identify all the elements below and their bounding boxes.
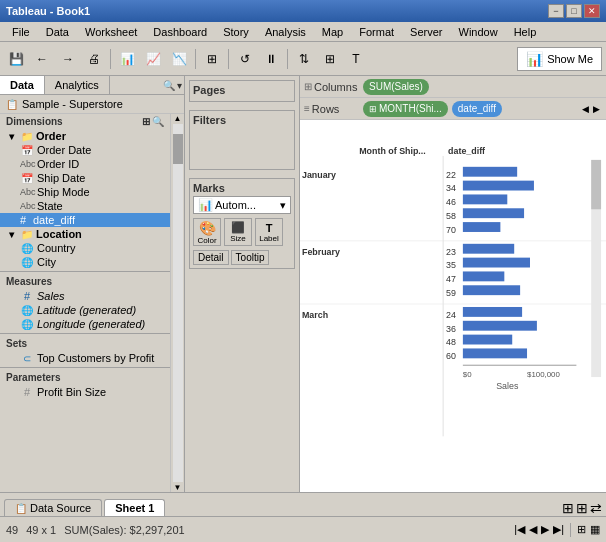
tab-data-source[interactable]: 📋 Data Source xyxy=(4,499,102,516)
toolbar-chart2-btn[interactable]: 📈 xyxy=(141,47,165,71)
dim-ship-date[interactable]: 📅 Ship Date xyxy=(0,171,170,185)
dim-order-date[interactable]: 📅 Order Date xyxy=(0,143,170,157)
swap-sheet-icon[interactable]: ⇄ xyxy=(590,500,602,516)
marks-detail-btn[interactable]: Detail xyxy=(193,250,229,265)
marks-label-btn[interactable]: T Label xyxy=(255,218,283,246)
middle-panel: Pages Filters Marks 📊 Autom... ▾ 🎨 Color… xyxy=(185,76,300,492)
measure-sales[interactable]: # Sales xyxy=(0,289,170,303)
menu-file[interactable]: File xyxy=(4,25,38,39)
toolbar-refresh-btn[interactable]: ↺ xyxy=(233,47,257,71)
param-profit-bin[interactable]: # Profit Bin Size xyxy=(0,385,170,399)
tab-data[interactable]: Data xyxy=(0,76,45,94)
set-top-customers[interactable]: ⊂ Top Customers by Profit xyxy=(0,351,170,365)
dim-city[interactable]: 🌐 City xyxy=(0,255,170,269)
month-february: February xyxy=(302,247,340,257)
marks-tooltip-btn[interactable]: Tooltip xyxy=(231,250,270,265)
datasource-icon: 📋 xyxy=(6,99,18,110)
size-label: Size xyxy=(230,234,246,243)
tab-sheet1[interactable]: Sheet 1 xyxy=(104,499,165,516)
menu-worksheet[interactable]: Worksheet xyxy=(77,25,145,39)
status-nav-last[interactable]: ▶| xyxy=(553,523,564,536)
datasource-name[interactable]: Sample - Superstore xyxy=(22,98,123,110)
val-jan-5: 70 xyxy=(446,225,456,235)
minimize-button[interactable]: − xyxy=(548,4,564,18)
measure-latitude[interactable]: 🌐 Latitude (generated) xyxy=(0,303,170,317)
label-label: Label xyxy=(259,234,279,243)
menu-data[interactable]: Data xyxy=(38,25,77,39)
dim-group-order[interactable]: ▾ 📁 Order xyxy=(0,129,170,143)
toolbar-sep-2 xyxy=(195,49,196,69)
toolbar-save-btn[interactable]: 💾 xyxy=(4,47,28,71)
shelf-nav-left[interactable]: ◀ xyxy=(580,103,591,115)
status-cell-count: 49 xyxy=(6,524,18,536)
grid-view-icon[interactable]: ⊞ xyxy=(142,116,150,127)
rows-pill-datediff[interactable]: date_diff xyxy=(452,101,502,117)
marks-color-btn[interactable]: 🎨 Color xyxy=(193,218,221,246)
toolbar-pause-btn[interactable]: ⏸ xyxy=(259,47,283,71)
bar-feb-3 xyxy=(463,271,504,281)
status-view-icon[interactable]: ▦ xyxy=(590,523,600,536)
close-button[interactable]: ✕ xyxy=(584,4,600,18)
toolbar-label-btn[interactable]: T xyxy=(344,47,368,71)
dim-date-diff[interactable]: # date_diff xyxy=(0,213,170,227)
marks-dropdown[interactable]: 📊 Autom... ▾ xyxy=(193,196,291,214)
val-feb-1: 23 xyxy=(446,247,456,257)
scroll-thumb[interactable] xyxy=(173,134,183,164)
ship-mode-label: Ship Mode xyxy=(37,186,90,198)
abc-icon2: Abc xyxy=(20,187,34,197)
marks-size-btn[interactable]: ⬛ Size xyxy=(224,218,252,246)
panel-menu-icon[interactable]: ▾ xyxy=(177,80,182,91)
toolbar-back-btn[interactable]: ← xyxy=(30,47,54,71)
status-grid-icon[interactable]: ⊞ xyxy=(577,523,586,536)
folder-icon: ▾ xyxy=(4,131,18,142)
toolbar-chart3-btn[interactable]: 📉 xyxy=(167,47,191,71)
rows-pill-month[interactable]: ⊞ MONTH(Shi... xyxy=(363,101,448,117)
state-label: State xyxy=(37,200,63,212)
filters-title: Filters xyxy=(193,114,291,126)
shelf-nav-right[interactable]: ▶ xyxy=(591,103,602,115)
menu-analysis[interactable]: Analysis xyxy=(257,25,314,39)
menu-server[interactable]: Server xyxy=(402,25,450,39)
search-dimensions-icon[interactable]: 🔍 xyxy=(152,116,164,127)
dim-country[interactable]: 🌐 Country xyxy=(0,241,170,255)
left-panel-content: Dimensions ⊞ 🔍 ▾ 📁 Order 📅 Order Date xyxy=(0,114,170,492)
tab-analytics[interactable]: Analytics xyxy=(45,76,110,94)
columns-pill-sales[interactable]: SUM(Sales) xyxy=(363,79,429,95)
dim-state[interactable]: Abc State xyxy=(0,199,170,213)
maximize-button[interactable]: □ xyxy=(566,4,582,18)
dim-order-id[interactable]: Abc Order ID xyxy=(0,157,170,171)
status-nav-next[interactable]: ▶ xyxy=(541,523,549,536)
show-me-button[interactable]: 📊 Show Me xyxy=(517,47,602,71)
status-nav-first[interactable]: |◀ xyxy=(514,523,525,536)
toolbar-print-btn[interactable]: 🖨 xyxy=(82,47,106,71)
hash-icon: # xyxy=(16,214,30,226)
abc-icon: Abc xyxy=(20,159,34,169)
dim-group-location[interactable]: ▾ 📁 Location xyxy=(0,227,170,241)
menu-help[interactable]: Help xyxy=(506,25,545,39)
menu-dashboard[interactable]: Dashboard xyxy=(145,25,215,39)
pages-section: Pages xyxy=(189,80,295,102)
dim-ship-mode[interactable]: Abc Ship Mode xyxy=(0,185,170,199)
ship-date-label: Ship Date xyxy=(37,172,85,184)
measure-longitude[interactable]: 🌐 Longitude (generated) xyxy=(0,317,170,331)
val-mar-4: 60 xyxy=(446,351,456,361)
bar-jan-1 xyxy=(463,167,517,177)
toolbar-sort-btn[interactable]: ⇅ xyxy=(292,47,316,71)
size-icon: ⬛ xyxy=(231,221,245,234)
menu-format[interactable]: Format xyxy=(351,25,402,39)
toolbar-forward-btn[interactable]: → xyxy=(56,47,80,71)
menu-story[interactable]: Story xyxy=(215,25,257,39)
new-sheet-icon[interactable]: ⊞ xyxy=(562,500,574,516)
toolbar-chart1-btn[interactable]: 📊 xyxy=(115,47,139,71)
scroll-down-btn[interactable]: ▼ xyxy=(174,483,182,492)
toolbar-filter-btn[interactable]: ⊞ xyxy=(318,47,342,71)
panel-search-icon[interactable]: 🔍 xyxy=(163,80,175,91)
duplicate-sheet-icon[interactable]: ⊞ xyxy=(576,500,588,516)
toolbar-layout-btn[interactable]: ⊞ xyxy=(200,47,224,71)
status-nav-prev[interactable]: ◀ xyxy=(529,523,537,536)
menu-window[interactable]: Window xyxy=(451,25,506,39)
toolbar: 💾 ← → 🖨 📊 📈 📉 ⊞ ↺ ⏸ ⇅ ⊞ T 📊 Show Me xyxy=(0,42,606,76)
menu-map[interactable]: Map xyxy=(314,25,351,39)
scroll-up-btn[interactable]: ▲ xyxy=(174,114,182,123)
val-jan-3: 46 xyxy=(446,197,456,207)
